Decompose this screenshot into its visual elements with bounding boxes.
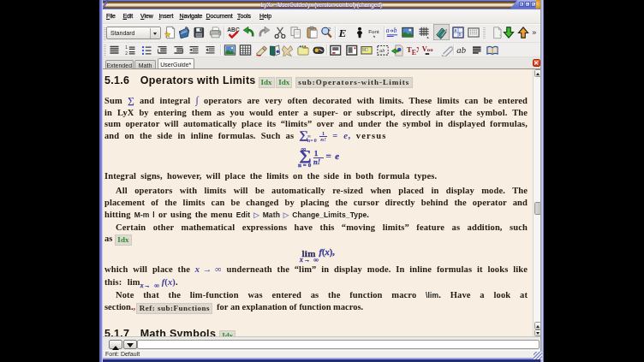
svg-text:ABC: ABC [227, 26, 240, 32]
svg-text:Voo: Voo [422, 45, 433, 53]
svg-text:TEX: TEX [406, 45, 418, 56]
svg-text:Font: Font [368, 28, 379, 34]
svg-text:E: E [337, 27, 346, 39]
svg-text:b: b [394, 27, 397, 34]
svg-text:ab: ab [379, 48, 385, 53]
svg-text:a: a [386, 27, 390, 34]
svg-text:ab: ab [456, 45, 466, 55]
svg-text:2: 2 [328, 26, 331, 31]
svg-text:ab: ab [362, 48, 366, 51]
svg-text:1: 1 [125, 45, 128, 50]
svg-text:2: 2 [125, 50, 128, 55]
svg-text:»: » [532, 28, 536, 37]
